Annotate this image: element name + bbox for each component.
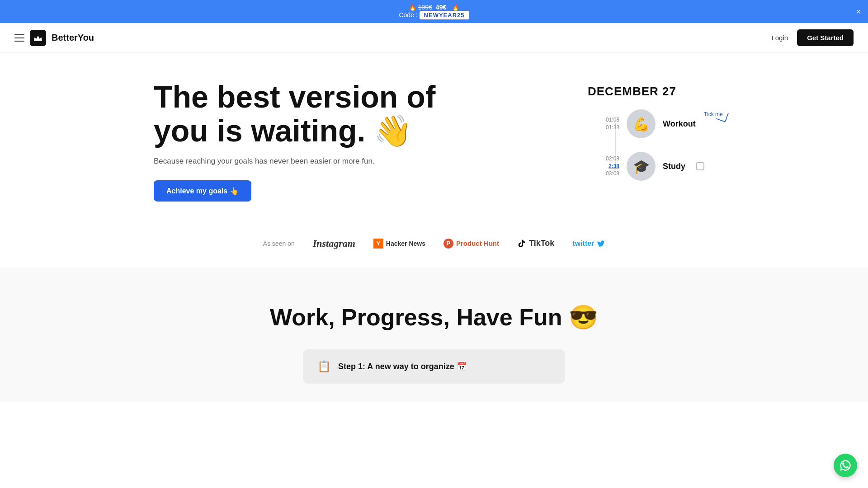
twitter-bird-icon — [597, 239, 605, 248]
brand-name: BetterYou — [52, 33, 94, 43]
step-card: 📋 Step 1: A new way to organize 📅 — [303, 349, 565, 384]
navbar: BetterYou Login Get Started — [0, 23, 868, 53]
top-banner: 🔥 199€ 49€ 🔥 Code : NEWYEAR25 × — [0, 0, 868, 23]
hn-icon: Y — [373, 239, 383, 249]
hamburger-menu[interactable] — [14, 34, 24, 42]
hero-left: The best version of you is waiting. 👋 Be… — [154, 80, 448, 202]
logo-icon — [30, 30, 46, 46]
navbar-right: Login Get Started — [771, 29, 854, 46]
login-button[interactable]: Login — [771, 34, 788, 42]
workout-label: Workout — [663, 119, 696, 128]
banner-text: 🔥 199€ 49€ 🔥 — [409, 4, 459, 11]
get-started-button[interactable]: Get Started — [797, 29, 854, 46]
tiktok-icon — [517, 239, 526, 248]
hamburger-line-3 — [14, 41, 24, 42]
as-seen-on-section: As seen on Instagram Y Hacker News P Pro… — [0, 220, 868, 267]
workout-avatar: 💪 — [627, 109, 656, 138]
calendar-widget: DECEMBER 27 01:08 01:38 💪 Workout Tick m… — [588, 80, 714, 194]
study-label: Study — [663, 162, 685, 171]
time-end-study: 03:08 — [597, 170, 619, 178]
timeline: 01:08 01:38 💪 Workout Tick me 02:08 2:38… — [588, 109, 714, 181]
time-end-workout: 01:38 — [597, 124, 619, 131]
study-checkbox[interactable] — [696, 162, 704, 170]
tick-annotation: Tick me — [704, 111, 723, 117]
crown-icon — [33, 33, 43, 43]
step-icon: 📋 — [317, 360, 331, 373]
time-start-study: 02:08 — [597, 155, 619, 163]
workout-emoji: 💪 — [633, 116, 650, 132]
time-study: 02:08 2:38 03:08 — [597, 155, 619, 178]
fire-left: 🔥 — [409, 4, 416, 11]
study-avatar: 🎓 — [627, 152, 656, 181]
discount-code: NEWYEAR25 — [420, 11, 469, 19]
hamburger-line-2 — [14, 38, 24, 38]
time-workout: 01:08 01:38 — [597, 116, 619, 131]
producthunt-logo: P Product Hunt — [443, 239, 499, 249]
navbar-left: BetterYou — [14, 30, 94, 46]
section-2: Work, Progress, Have Fun 😎 📋 Step 1: A n… — [0, 267, 868, 402]
price-new: 49€ — [436, 4, 446, 11]
calendar-date: DECEMBER 27 — [588, 84, 714, 99]
hero-title: The best version of you is waiting. 👋 — [154, 80, 448, 148]
code-label: Code : — [399, 11, 417, 19]
timeline-item-workout: 01:08 01:38 💪 Workout Tick me — [597, 109, 714, 138]
time-mid-study: 2:38 — [597, 163, 619, 170]
achieve-goals-button[interactable]: Achieve my goals 👆 — [154, 180, 251, 202]
hackernews-logo: Y Hacker News — [373, 239, 425, 249]
time-start-workout: 01:08 — [597, 116, 619, 124]
as-seen-label: As seen on — [263, 240, 295, 247]
study-emoji: 🎓 — [633, 159, 650, 174]
tiktok-logo: TikTok — [517, 239, 554, 248]
step-text: Step 1: A new way to organize 📅 — [338, 361, 467, 371]
hero-subtitle: Because reaching your goals has never be… — [154, 157, 448, 166]
ph-icon: P — [443, 239, 453, 249]
price-old: 199€ — [418, 4, 432, 11]
hamburger-line-1 — [14, 34, 24, 35]
fire-right: 🔥 — [452, 4, 459, 11]
banner-close-button[interactable]: × — [856, 8, 861, 16]
section-2-title: Work, Progress, Have Fun 😎 — [36, 304, 832, 331]
instagram-logo: Instagram — [313, 238, 355, 249]
timeline-item-study: 02:08 2:38 03:08 🎓 Study — [597, 152, 714, 181]
hero-section: The best version of you is waiting. 👋 Be… — [118, 53, 750, 220]
twitter-logo: twitter — [572, 239, 605, 248]
